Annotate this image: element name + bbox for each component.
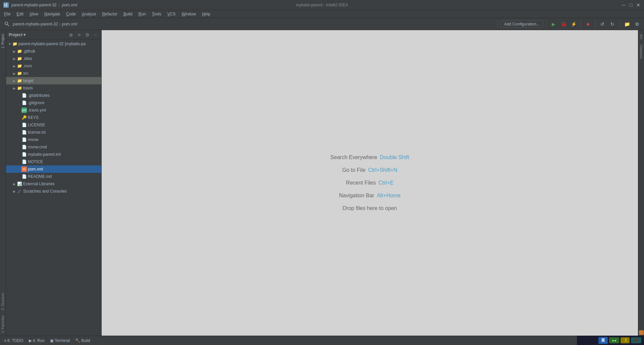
toolbar-redo[interactable]: ↻ <box>608 20 617 28</box>
right-sidebar-tabs: Ant Database <box>638 30 644 336</box>
tree-item-mvnwcmd[interactable]: ▶ 📄 mvnw.cmd <box>6 143 101 151</box>
hint-drop: Drop files here to open <box>343 205 397 211</box>
close-button[interactable]: ✕ <box>635 2 641 8</box>
bottombar-build[interactable]: 🔨 Build <box>74 338 92 344</box>
menu-vcs[interactable]: VCS <box>165 11 178 17</box>
tree-item-licensetxt[interactable]: ▶ 📄 license.txt <box>6 129 101 136</box>
project-panel-title: Project ▾ <box>9 32 66 37</box>
tree-item-github[interactable]: ▶ 📁 .github <box>6 48 101 55</box>
project-settings-btn[interactable]: ⚙ <box>84 31 91 38</box>
tree-item-mvnw[interactable]: ▶ 📄 mvnw <box>6 136 101 143</box>
file-icon-license: 📄 <box>21 122 27 128</box>
tree-label-mvnwcmd: mvnw.cmd <box>28 145 47 149</box>
add-configuration-button[interactable]: Add Configuration... <box>500 20 543 28</box>
file-icon-gitignore: 📄 <box>21 100 27 106</box>
tree-item-gitignore[interactable]: ▶ 📄 .gitignore <box>6 99 101 107</box>
tree-item-pomxml[interactable]: ▶ m pom.xml <box>6 165 101 173</box>
menu-code[interactable]: Code <box>63 11 78 17</box>
tree-item-gitattributes[interactable]: ▶ 📄 .gitattributes <box>6 92 101 99</box>
toolbar-breadcrumb-file[interactable]: pom.xml <box>62 22 77 26</box>
status-badge-plugin2[interactable]: ⬛ <box>631 337 641 343</box>
menu-window[interactable]: Window <box>179 11 199 17</box>
project-hide-btn[interactable]: − <box>92 31 99 38</box>
file-icon-mvnw: 📄 <box>21 137 27 142</box>
toolbar-search-everywhere[interactable] <box>3 20 11 28</box>
menu-edit[interactable]: Edit <box>14 11 26 17</box>
right-tab-database[interactable]: Database <box>639 42 644 62</box>
menu-refactor[interactable]: Refactor <box>100 11 120 17</box>
menu-tools[interactable]: Tools <box>149 11 164 17</box>
tree-label-src: src <box>23 71 29 76</box>
menu-run[interactable]: Run <box>136 11 149 17</box>
file-icon-scratches: 🖊 <box>17 189 22 194</box>
menu-navigate[interactable]: Navigate <box>42 11 63 17</box>
menu-build[interactable]: Build <box>121 11 135 17</box>
toolbar-stop-button[interactable]: ■ <box>584 20 592 28</box>
project-dropdown-btn[interactable]: Project ▾ <box>9 32 25 37</box>
tree-label-notice: NOTICE <box>28 159 43 164</box>
window-controls: ─ □ ✕ <box>621 2 641 8</box>
toolbar-open-folder[interactable]: 📁 <box>623 20 631 28</box>
tree-item-license[interactable]: ▶ 📄 LICENSE <box>6 121 101 129</box>
sidebar-tab-project[interactable]: 1: Project <box>0 31 5 51</box>
bottombar-run[interactable]: ▶ 4: Run <box>28 338 46 344</box>
tree-item-scratches[interactable]: ▶ 🖊 Scratches and Consoles <box>6 188 101 195</box>
run-label: 4: Run <box>33 338 45 343</box>
bottombar-terminal[interactable]: ▣ Terminal <box>49 338 71 344</box>
main-area: 1: Project Z: Structure 2: Favorites Pro… <box>0 30 644 336</box>
menu-help[interactable]: Help <box>199 11 213 17</box>
app-icon: IJ <box>3 2 9 8</box>
toolbar-breadcrumb-project[interactable]: parent-mybatis-parent-32 <box>13 22 58 26</box>
tree-item-extlibs[interactable]: ▶ 📊 External Libraries <box>6 180 101 188</box>
toolbar-undo[interactable]: ↺ <box>598 20 607 28</box>
toolbar-debug-button[interactable]: 🐞 <box>559 20 568 28</box>
folder-icon-travis: 📁 <box>17 85 22 91</box>
tree-item-travisyml[interactable]: ▶ yml .travis.yml <box>6 107 101 114</box>
minimize-button[interactable]: ─ <box>621 2 627 8</box>
project-collapse-btn[interactable]: ≡ <box>76 31 83 38</box>
toolbar-run-coverage[interactable]: ⚡ <box>569 20 578 28</box>
menu-analyze[interactable]: Analyze <box>79 11 99 17</box>
bottombar-todo[interactable]: ≡ 6: TODO <box>3 338 25 344</box>
todo-icon: ≡ <box>4 338 6 343</box>
tree-arrow-scratches: ▶ <box>12 190 17 193</box>
tree-item-keys[interactable]: ▶ 🔑 KEYS <box>6 114 101 121</box>
tree-item-iml[interactable]: ▶ 📄 mybatis-parent.iml <box>6 151 101 158</box>
tree-label-travis: travis <box>23 86 33 90</box>
editor-area[interactable]: Search Everywhere Double Shift Go to Fil… <box>102 30 638 336</box>
project-locate-btn[interactable]: ⊕ <box>68 31 74 38</box>
sidebar-tab-favorites[interactable]: 2: Favorites <box>0 313 5 336</box>
tree-root[interactable]: ▼ 📁 parent-mybatis-parent-32 [mybatis-pa <box>6 40 101 48</box>
menu-view[interactable]: View <box>27 11 41 17</box>
menubar: File Edit View Navigate Code Analyze Ref… <box>0 10 644 18</box>
hint-recent-shortcut: Ctrl+E <box>379 180 394 186</box>
status-badge-lang[interactable]: 英 <box>598 337 608 344</box>
tree-item-readme[interactable]: ▶ 📄 README.md <box>6 173 101 180</box>
tree-item-target[interactable]: ▶ 📁 target <box>6 77 101 84</box>
right-sidebar-toggle[interactable] <box>639 330 644 335</box>
project-panel-header: Project ▾ ⊕ ≡ ⚙ − <box>6 30 101 40</box>
tree-item-travis[interactable]: ▶ 📁 travis <box>6 84 101 92</box>
menu-file[interactable]: File <box>1 11 13 17</box>
project-tree: ▼ 📁 parent-mybatis-parent-32 [mybatis-pa… <box>6 40 101 336</box>
right-tab-ant[interactable]: Ant <box>639 31 644 42</box>
titlebar-left: IJ parent-mybatis-parent-32 › pom.xml <box>3 2 77 8</box>
toolbar-breadcrumb-sep: › <box>59 22 61 26</box>
tree-item-src[interactable]: ▶ 📁 src <box>6 70 101 77</box>
tree-item-idea[interactable]: ▶ 📁 .idea <box>6 55 101 62</box>
hint-drop-text: Drop files here to open <box>343 205 397 211</box>
tree-arrow-target: ▶ <box>12 79 17 83</box>
sidebar-tab-structure[interactable]: Z: Structure <box>0 290 5 313</box>
tree-item-mvn[interactable]: ▶ 📁 .mvn <box>6 62 101 70</box>
status-badge-theme[interactable]: ☽ <box>621 337 630 343</box>
toolbar-run-button[interactable]: ▶ <box>549 20 558 28</box>
terminal-icon: ▣ <box>50 338 54 343</box>
toolbar-sep-1 <box>497 20 498 28</box>
toolbar-settings[interactable]: ⚙ <box>633 20 641 28</box>
status-badge-plugin1[interactable]: ⬥⬥ <box>609 337 619 343</box>
maximize-button[interactable]: □ <box>628 2 634 8</box>
tree-item-notice[interactable]: ▶ 📄 NOTICE <box>6 158 101 165</box>
bottombar: ≡ 6: TODO ▶ 4: Run ▣ Terminal 🔨 Build <box>0 336 644 345</box>
hint-goto-file: Go to File Ctrl+Shift+N <box>342 167 397 173</box>
breadcrumb-area: parent-mybatis-parent-32 › pom.xml <box>13 22 495 26</box>
